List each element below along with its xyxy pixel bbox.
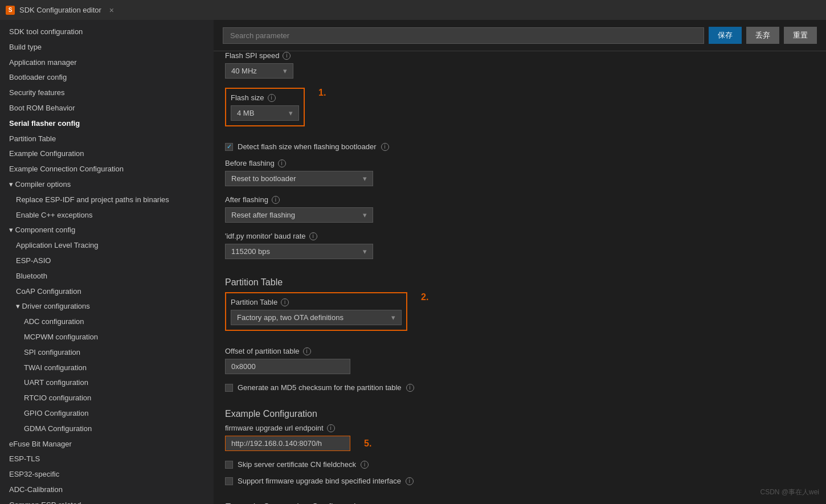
flash-size-highlight: Flash size i 4 MB ▾	[225, 88, 305, 126]
sidebar-item-boot-rom[interactable]: Boot ROM Behavior	[0, 101, 214, 116]
sidebar-item-enable-cpp[interactable]: Enable C++ exceptions	[0, 208, 214, 223]
titlebar: S SDK Configuration editor ×	[0, 0, 826, 20]
chevron-down-icon: ▾	[363, 247, 367, 256]
reset-button[interactable]: 重置	[784, 27, 817, 44]
partition-table-highlight: Partition Table i Factory app, two OTA d…	[225, 292, 407, 331]
sidebar-item-serial-flasher[interactable]: Serial flasher config	[0, 116, 214, 132]
annotation-1: 1.	[318, 88, 326, 98]
sidebar-item-rtcio-config[interactable]: RTCIO configuration	[0, 391, 214, 406]
sidebar-item-app-manager[interactable]: Application manager	[0, 55, 214, 71]
detect-flash-row: ✓ Detect flash size when flashing bootlo…	[225, 142, 815, 151]
after-flashing-dropdown[interactable]: Reset after flashing ▾	[225, 207, 373, 223]
titlebar-title: SDK Configuration editor	[19, 6, 101, 14]
sidebar-item-driver-configs[interactable]: ▾ Driver configurations	[0, 299, 214, 314]
after-flashing-info-icon[interactable]: i	[272, 196, 280, 204]
sidebar-item-security[interactable]: Security features	[0, 85, 214, 101]
detect-flash-info-icon[interactable]: i	[381, 143, 389, 151]
skip-cert-info-icon[interactable]: i	[361, 461, 369, 469]
sidebar-item-gdma-config[interactable]: GDMA Configuration	[0, 421, 214, 437]
sidebar-item-esp32-specific[interactable]: ESP32-specific	[0, 467, 214, 482]
sidebar-item-adc-calibration[interactable]: ADC-Calibration	[0, 482, 214, 498]
sidebar-item-common-esp[interactable]: Common ESP-related	[0, 498, 214, 504]
flash-size-dropdown[interactable]: 4 MB ▾	[231, 105, 299, 121]
skip-cert-label: Skip server certificate CN fieldcheck	[238, 460, 356, 469]
partition-offset-info-icon[interactable]: i	[303, 347, 311, 355]
after-flashing-label: After flashing i	[225, 195, 815, 204]
partition-offset-input[interactable]	[225, 359, 350, 374]
sidebar-item-spi-config[interactable]: SPI configuration	[0, 345, 214, 360]
flash-spi-speed-label: Flash SPI speed i	[225, 51, 815, 60]
sidebar-item-replace-esp-idf[interactable]: Replace ESP-IDF and project paths in bin…	[0, 192, 214, 208]
topbar: 保存 丢弃 重置	[214, 20, 826, 51]
app-icon: S	[6, 6, 15, 15]
flash-size-info-icon[interactable]: i	[268, 94, 276, 102]
sidebar-item-example-config[interactable]: Example Configuration	[0, 146, 214, 162]
flash-size-label: Flash size i	[231, 93, 299, 102]
save-button[interactable]: 保存	[709, 27, 742, 44]
monitor-baud-info-icon[interactable]: i	[309, 232, 317, 240]
firmware-url-input[interactable]	[225, 436, 350, 451]
flash-spi-speed-field: Flash SPI speed i 40 MHz ▾	[225, 51, 815, 79]
partition-table-dropdown[interactable]: Factory app, two OTA definitions ▾	[231, 310, 402, 325]
partition-table-label: Partition Table i	[231, 298, 402, 306]
support-bind-info-icon[interactable]: i	[406, 477, 414, 485]
before-flashing-info-icon[interactable]: i	[278, 159, 286, 167]
sidebar-item-sdk-tool[interactable]: SDK tool configuration	[0, 24, 214, 40]
flash-size-field: Flash size i 4 MB ▾ 1.	[225, 88, 815, 133]
annotation-2: 2.	[421, 292, 428, 302]
search-input[interactable]	[223, 27, 704, 44]
generate-md5-row: ✓ Generate an MD5 checksum for the parti…	[225, 383, 815, 392]
sidebar-item-component-config[interactable]: ▾ Component config	[0, 223, 214, 238]
before-flashing-label: Before flashing i	[225, 159, 815, 167]
sidebar-item-mcpwm-config[interactable]: MCPWM configuration	[0, 330, 214, 345]
sidebar-item-compiler-options[interactable]: ▾ Compiler options	[0, 177, 214, 192]
close-button[interactable]: ×	[109, 6, 114, 15]
partition-table-section-title: Partition Table	[225, 268, 815, 292]
sidebar-item-example-connection[interactable]: Example Connection Configuration	[0, 162, 214, 177]
sidebar-item-adc-config[interactable]: ADC configuration	[0, 314, 214, 330]
sidebar-item-bootloader[interactable]: Bootloader config	[0, 70, 214, 85]
partition-table-info-icon[interactable]: i	[281, 298, 289, 306]
main-layout: SDK tool configuration Build type Applic…	[0, 20, 826, 504]
sidebar-item-efuse[interactable]: eFuse Bit Manager	[0, 437, 214, 452]
generate-md5-checkbox[interactable]: ✓	[225, 384, 233, 392]
before-flashing-dropdown[interactable]: Reset to bootloader ▾	[225, 171, 373, 186]
firmware-url-field: firmware upgrade url endpoint i 5.	[225, 424, 815, 451]
skip-cert-row: ✓ Skip server certificate CN fieldcheck …	[225, 460, 815, 469]
discard-button[interactable]: 丢弃	[746, 27, 779, 44]
before-flashing-field: Before flashing i Reset to bootloader ▾	[225, 159, 815, 186]
support-bind-checkbox[interactable]: ✓	[225, 477, 233, 485]
sidebar-item-partition-table[interactable]: Partition Table	[0, 132, 214, 147]
sidebar-item-esp-tls[interactable]: ESP-TLS	[0, 452, 214, 467]
chevron-down-icon: ▾	[391, 313, 395, 322]
sidebar-item-esp-asio[interactable]: ESP-ASIO	[0, 253, 214, 269]
skip-cert-checkbox[interactable]: ✓	[225, 461, 233, 469]
firmware-url-label: firmware upgrade url endpoint i	[225, 424, 815, 432]
sidebar-item-gpio-config[interactable]: GPIO Configuration	[0, 406, 214, 421]
generate-md5-info-icon[interactable]: i	[406, 384, 414, 392]
sidebar-item-bluetooth[interactable]: Bluetooth	[0, 269, 214, 284]
firmware-url-info-icon[interactable]: i	[327, 424, 335, 432]
detect-flash-label: Detect flash size when flashing bootload…	[238, 142, 377, 151]
sidebar-item-coap[interactable]: CoAP Configuration	[0, 284, 214, 300]
scroll-content: Flash SPI speed i 40 MHz ▾ Flash size i	[214, 51, 826, 504]
sidebar-item-build-type[interactable]: Build type	[0, 40, 214, 55]
chevron-down-icon: ▾	[289, 109, 293, 117]
detect-flash-checkbox[interactable]: ✓	[225, 143, 233, 151]
flash-spi-speed-info-icon[interactable]: i	[283, 52, 291, 60]
flash-spi-speed-dropdown[interactable]: 40 MHz ▾	[225, 63, 293, 79]
watermark: CSDN @事在人wei	[760, 487, 819, 497]
sidebar-item-uart-config[interactable]: UART configuration	[0, 375, 214, 391]
sidebar-item-twai-config[interactable]: TWAI configuration	[0, 360, 214, 376]
monitor-baud-dropdown[interactable]: 115200 bps ▾	[225, 244, 373, 259]
example-connection-section-title: Example Connection Configuration	[225, 493, 815, 504]
after-flashing-field: After flashing i Reset after flashing ▾	[225, 195, 815, 223]
sidebar-item-app-tracing[interactable]: Application Level Tracing	[0, 238, 214, 253]
chevron-down-icon: ▾	[363, 174, 367, 183]
monitor-baud-label: 'idf.py monitor' baud rate i	[225, 232, 815, 240]
example-config-section-title: Example Configuration	[225, 400, 815, 424]
sidebar: SDK tool configuration Build type Applic…	[0, 20, 214, 504]
partition-offset-field: Offset of partition table i	[225, 347, 815, 374]
monitor-baud-field: 'idf.py monitor' baud rate i 115200 bps …	[225, 232, 815, 259]
support-bind-row: ✓ Support firmware upgrade bind specifie…	[225, 477, 815, 485]
